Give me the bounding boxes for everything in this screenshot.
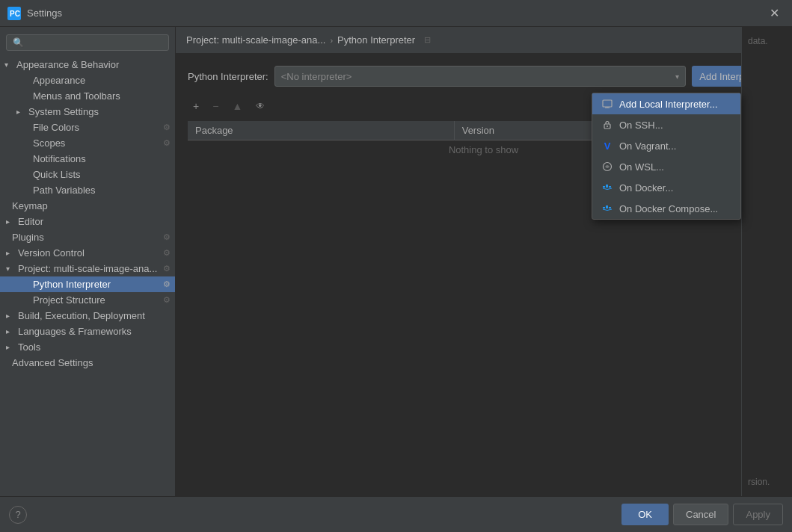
- sidebar-item-keymap[interactable]: Keymap: [0, 198, 175, 214]
- cancel-button[interactable]: Cancel: [673, 504, 728, 525]
- title-bar-left: PC Settings: [7, 7, 62, 20]
- dropdown-item-add-local[interactable]: Add Local Interpreter...: [592, 93, 740, 114]
- breadcrumb-separator: ›: [330, 36, 333, 45]
- sidebar-item-label: Appearance: [33, 75, 85, 86]
- sidebar-item-project-structure[interactable]: Project Structure ⚙: [0, 292, 175, 308]
- help-icon: ?: [15, 509, 20, 520]
- svg-rect-14: [606, 205, 608, 207]
- sidebar-item-version-control[interactable]: ▸ Version Control ⚙: [0, 245, 175, 261]
- dropdown-item-label: On SSH...: [619, 120, 663, 131]
- show-preview-button[interactable]: 👁: [251, 98, 270, 114]
- sidebar-item-label: Version Control: [18, 247, 85, 259]
- dropdown-item-label: On Docker...: [619, 182, 673, 194]
- sidebar-item-appearance[interactable]: Appearance: [0, 72, 175, 88]
- col-package: Package: [188, 121, 454, 140]
- add-package-button[interactable]: +: [188, 97, 204, 115]
- sidebar-item-notifications[interactable]: Notifications: [0, 151, 175, 167]
- sidebar-item-label: Plugins: [12, 232, 44, 243]
- sidebar-item-plugins[interactable]: Plugins ⚙: [0, 229, 175, 245]
- sidebar-item-build-execution[interactable]: ▸ Build, Execution, Deployment: [0, 308, 175, 324]
- sidebar-item-python-interpreter[interactable]: Python Interpreter ⚙: [0, 276, 175, 292]
- col-version: Version: [454, 121, 602, 140]
- dropdown-item-on-vagrant[interactable]: V On Vagrant...: [592, 135, 740, 156]
- dropdown-item-label: Add Local Interpreter...: [619, 99, 718, 110]
- sidebar-item-project[interactable]: ▾ Project: multi-scale-image-ana... ⚙: [0, 261, 175, 276]
- dropdown-item-on-docker-compose[interactable]: On Docker Compose...: [592, 198, 740, 219]
- dropdown-item-on-wsl[interactable]: On WSL...: [592, 156, 740, 177]
- ssh-icon: [601, 119, 613, 131]
- add-interpreter-dropdown: Add Local Interpreter... On SSH... V On …: [592, 93, 741, 220]
- sidebar-item-label: Languages & Frameworks: [18, 326, 132, 337]
- dropdown-item-label: On Docker Compose...: [619, 203, 718, 214]
- sidebar-section-appearance: ▾ Appearance & Behavior Appearance Menus…: [0, 57, 175, 198]
- sidebar-item-label: Python Interpreter: [33, 279, 111, 290]
- remove-package-button[interactable]: −: [207, 97, 224, 115]
- sidebar-item-label: Editor: [18, 216, 43, 227]
- edit-icon: ⊟: [424, 35, 431, 45]
- breadcrumb-project: Project: multi-scale-image-ana...: [186, 34, 325, 46]
- sidebar-item-label: Path Variables: [33, 185, 96, 196]
- sidebar-item-label: Project: multi-scale-image-ana...: [18, 263, 157, 274]
- bottom-bar: ? OK Cancel Apply: [0, 496, 792, 532]
- sidebar-item-label: Menus and Toolbars: [33, 90, 120, 102]
- sidebar-item-tools[interactable]: ▸ Tools: [0, 339, 175, 355]
- interpreter-label: Python Interpreter:: [188, 71, 268, 82]
- sidebar-item-system-settings[interactable]: ▸ System Settings: [0, 104, 175, 120]
- right-panel: data. rsion.: [741, 27, 792, 496]
- title-bar: PC Settings ✕: [0, 0, 792, 27]
- vagrant-icon: V: [601, 140, 613, 152]
- breadcrumb: Project: multi-scale-image-ana... › Pyth…: [186, 34, 431, 46]
- sidebar-item-label: Project Structure: [33, 294, 105, 306]
- sidebar-item-editor[interactable]: ▸ Editor: [0, 214, 175, 229]
- search-input[interactable]: [28, 37, 162, 48]
- sidebar-item-path-variables[interactable]: Path Variables: [0, 182, 175, 198]
- svg-rect-8: [603, 186, 605, 188]
- sidebar-item-label: Appearance & Behavior: [16, 59, 119, 70]
- interpreter-row: Python Interpreter: <No interpreter> ▾ A…: [188, 66, 780, 87]
- svg-rect-13: [606, 207, 608, 208]
- wsl-icon: [601, 161, 613, 173]
- search-icon: 🔍: [13, 37, 24, 48]
- dropdown-item-label: On WSL...: [619, 161, 664, 173]
- sidebar-item-scopes[interactable]: Scopes ⚙: [0, 135, 175, 151]
- interpreter-dropdown-arrow: ▾: [675, 72, 679, 81]
- sidebar-item-label: System Settings: [28, 106, 99, 117]
- chevron-right-icon: ▸: [6, 249, 15, 257]
- chevron-right-icon: ▸: [6, 343, 15, 351]
- action-buttons: OK Cancel Apply: [621, 504, 783, 525]
- search-box-container: 🔍: [6, 34, 169, 51]
- app-icon: PC: [7, 7, 21, 20]
- svg-rect-11: [609, 186, 611, 188]
- sidebar-item-advanced-settings[interactable]: Advanced Settings: [0, 355, 175, 371]
- chevron-right-icon: ▸: [6, 312, 15, 320]
- chevron-right-icon: ▸: [6, 327, 15, 335]
- sidebar-item-appearance-behavior[interactable]: ▾ Appearance & Behavior: [0, 57, 175, 72]
- chevron-right-icon: ▸: [16, 108, 25, 116]
- sidebar-item-label: Scopes: [33, 137, 65, 149]
- svg-point-6: [607, 126, 608, 127]
- dropdown-item-on-docker[interactable]: On Docker...: [592, 177, 740, 198]
- upgrade-package-button[interactable]: ▲: [227, 97, 248, 115]
- ok-button[interactable]: OK: [621, 504, 669, 525]
- close-button[interactable]: ✕: [764, 3, 785, 24]
- svg-rect-2: [603, 100, 612, 107]
- interpreter-select[interactable]: <No interpreter> ▾: [274, 66, 687, 87]
- sidebar-item-file-colors[interactable]: File Colors ⚙: [0, 120, 175, 135]
- svg-rect-12: [603, 207, 605, 208]
- dropdown-item-on-ssh[interactable]: On SSH...: [592, 114, 740, 135]
- sidebar-item-label: Tools: [18, 341, 40, 353]
- svg-rect-9: [606, 186, 608, 188]
- content-header: Project: multi-scale-image-ana... › Pyth…: [176, 27, 792, 54]
- window-title: Settings: [27, 7, 62, 19]
- sidebar-item-label: Build, Execution, Deployment: [18, 310, 145, 321]
- sidebar-item-quick-lists[interactable]: Quick Lists: [0, 167, 175, 182]
- apply-button[interactable]: Apply: [733, 504, 783, 525]
- sidebar-item-menus-toolbars[interactable]: Menus and Toolbars: [0, 88, 175, 104]
- help-button[interactable]: ?: [9, 506, 27, 524]
- local-interpreter-icon: [601, 98, 613, 110]
- sidebar-item-label: File Colors: [33, 122, 79, 133]
- right-panel-bottom-text: rsion.: [745, 474, 789, 490]
- docker-icon: [601, 182, 613, 194]
- sidebar-item-languages-frameworks[interactable]: ▸ Languages & Frameworks: [0, 324, 175, 339]
- chevron-down-icon: ▾: [6, 265, 15, 273]
